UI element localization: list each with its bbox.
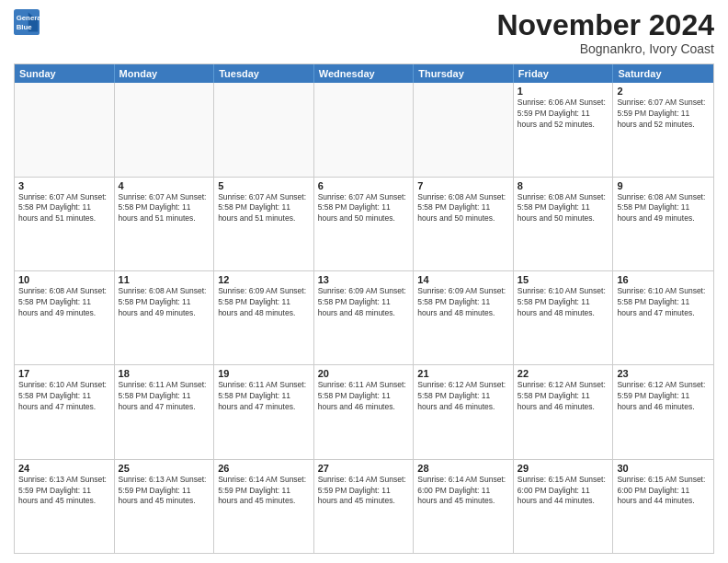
- calendar-cell: 5Sunrise: 6:07 AM Sunset: 5:58 PM Daylig…: [214, 178, 314, 270]
- calendar-cell: [214, 83, 314, 176]
- day-info: Sunrise: 6:07 AM Sunset: 5:58 PM Dayligh…: [218, 192, 310, 225]
- day-info: Sunrise: 6:09 AM Sunset: 5:58 PM Dayligh…: [318, 286, 410, 319]
- day-info: Sunrise: 6:07 AM Sunset: 5:58 PM Dayligh…: [119, 192, 210, 225]
- calendar-cell: 15Sunrise: 6:10 AM Sunset: 5:58 PM Dayli…: [514, 271, 614, 364]
- calendar-cell: 19Sunrise: 6:11 AM Sunset: 5:58 PM Dayli…: [214, 365, 314, 458]
- calendar-cell: 8Sunrise: 6:08 AM Sunset: 5:58 PM Daylig…: [514, 178, 614, 270]
- calendar-cell: 16Sunrise: 6:10 AM Sunset: 5:58 PM Dayli…: [613, 271, 713, 364]
- day-info: Sunrise: 6:06 AM Sunset: 5:59 PM Dayligh…: [518, 98, 609, 131]
- day-number: 6: [318, 180, 410, 191]
- location: Bognankro, Ivory Coast: [496, 41, 714, 56]
- logo: General Blue: [14, 9, 40, 35]
- day-number: 19: [218, 368, 310, 379]
- day-info: Sunrise: 6:10 AM Sunset: 5:58 PM Dayligh…: [18, 380, 110, 413]
- day-info: Sunrise: 6:11 AM Sunset: 5:58 PM Dayligh…: [119, 380, 210, 413]
- calendar-cell: 24Sunrise: 6:13 AM Sunset: 5:59 PM Dayli…: [15, 460, 115, 553]
- day-number: 10: [18, 274, 110, 285]
- day-info: Sunrise: 6:07 AM Sunset: 5:58 PM Dayligh…: [18, 192, 110, 225]
- calendar-row: 1Sunrise: 6:06 AM Sunset: 5:59 PM Daylig…: [15, 83, 713, 176]
- day-info: Sunrise: 6:14 AM Sunset: 6:00 PM Dayligh…: [417, 475, 509, 508]
- calendar-cell: 10Sunrise: 6:08 AM Sunset: 5:58 PM Dayli…: [15, 271, 115, 364]
- calendar-cell: 26Sunrise: 6:14 AM Sunset: 5:59 PM Dayli…: [214, 460, 314, 553]
- weekday-header: Friday: [514, 64, 614, 83]
- calendar-cell: [115, 83, 215, 176]
- calendar-cell: 12Sunrise: 6:09 AM Sunset: 5:58 PM Dayli…: [214, 271, 314, 364]
- day-number: 14: [417, 274, 509, 285]
- calendar-cell: 21Sunrise: 6:12 AM Sunset: 5:58 PM Dayli…: [414, 365, 514, 458]
- calendar-row: 10Sunrise: 6:08 AM Sunset: 5:58 PM Dayli…: [15, 270, 713, 364]
- day-number: 7: [417, 180, 509, 191]
- day-info: Sunrise: 6:09 AM Sunset: 5:58 PM Dayligh…: [218, 286, 310, 319]
- weekday-header: Wednesday: [314, 64, 415, 83]
- day-info: Sunrise: 6:12 AM Sunset: 5:59 PM Dayligh…: [617, 380, 710, 413]
- day-info: Sunrise: 6:14 AM Sunset: 5:59 PM Dayligh…: [218, 475, 310, 508]
- weekday-header: Tuesday: [214, 64, 314, 83]
- day-number: 21: [417, 368, 509, 379]
- calendar: SundayMondayTuesdayWednesdayThursdayFrid…: [14, 63, 714, 554]
- day-info: Sunrise: 6:13 AM Sunset: 5:59 PM Dayligh…: [119, 475, 210, 508]
- calendar-row: 17Sunrise: 6:10 AM Sunset: 5:58 PM Dayli…: [15, 364, 713, 458]
- calendar-cell: 27Sunrise: 6:14 AM Sunset: 5:59 PM Dayli…: [314, 460, 415, 553]
- header: General Blue November 2024 Bognankro, Iv…: [14, 9, 714, 56]
- day-number: 5: [218, 180, 310, 191]
- day-number: 13: [318, 274, 410, 285]
- weekday-header: Thursday: [414, 64, 514, 83]
- day-number: 16: [617, 274, 710, 285]
- calendar-cell: 6Sunrise: 6:07 AM Sunset: 5:58 PM Daylig…: [314, 178, 415, 270]
- calendar-body: 1Sunrise: 6:06 AM Sunset: 5:59 PM Daylig…: [15, 83, 713, 553]
- day-number: 17: [18, 368, 110, 379]
- calendar-cell: 14Sunrise: 6:09 AM Sunset: 5:58 PM Dayli…: [414, 271, 514, 364]
- day-info: Sunrise: 6:10 AM Sunset: 5:58 PM Dayligh…: [617, 286, 710, 319]
- day-info: Sunrise: 6:12 AM Sunset: 5:58 PM Dayligh…: [417, 380, 509, 413]
- month-title: November 2024: [496, 9, 714, 41]
- calendar-cell: 20Sunrise: 6:11 AM Sunset: 5:58 PM Dayli…: [314, 365, 415, 458]
- calendar-cell: 11Sunrise: 6:08 AM Sunset: 5:58 PM Dayli…: [115, 271, 215, 364]
- calendar-cell: 30Sunrise: 6:15 AM Sunset: 6:00 PM Dayli…: [613, 460, 713, 553]
- calendar-cell: 25Sunrise: 6:13 AM Sunset: 5:59 PM Dayli…: [115, 460, 215, 553]
- day-info: Sunrise: 6:11 AM Sunset: 5:58 PM Dayligh…: [318, 380, 410, 413]
- day-number: 22: [518, 368, 609, 379]
- day-number: 2: [617, 86, 710, 97]
- calendar-header: SundayMondayTuesdayWednesdayThursdayFrid…: [15, 64, 713, 83]
- page: General Blue November 2024 Bognankro, Iv…: [0, 0, 728, 563]
- day-info: Sunrise: 6:15 AM Sunset: 6:00 PM Dayligh…: [518, 475, 609, 508]
- day-info: Sunrise: 6:08 AM Sunset: 5:58 PM Dayligh…: [518, 192, 609, 225]
- calendar-cell: 2Sunrise: 6:07 AM Sunset: 5:59 PM Daylig…: [613, 83, 713, 176]
- day-number: 20: [318, 368, 410, 379]
- day-info: Sunrise: 6:07 AM Sunset: 5:59 PM Dayligh…: [617, 98, 710, 131]
- day-number: 12: [218, 274, 310, 285]
- day-number: 9: [617, 180, 710, 191]
- calendar-cell: 29Sunrise: 6:15 AM Sunset: 6:00 PM Dayli…: [514, 460, 614, 553]
- day-info: Sunrise: 6:10 AM Sunset: 5:58 PM Dayligh…: [518, 286, 609, 319]
- day-number: 24: [18, 463, 110, 474]
- calendar-cell: 22Sunrise: 6:12 AM Sunset: 5:58 PM Dayli…: [514, 365, 614, 458]
- day-info: Sunrise: 6:07 AM Sunset: 5:58 PM Dayligh…: [318, 192, 410, 225]
- title-block: November 2024 Bognankro, Ivory Coast: [496, 9, 714, 56]
- calendar-cell: 1Sunrise: 6:06 AM Sunset: 5:59 PM Daylig…: [514, 83, 614, 176]
- day-info: Sunrise: 6:14 AM Sunset: 5:59 PM Dayligh…: [318, 475, 410, 508]
- day-number: 15: [518, 274, 609, 285]
- calendar-cell: 28Sunrise: 6:14 AM Sunset: 6:00 PM Dayli…: [414, 460, 514, 553]
- weekday-header: Monday: [115, 64, 215, 83]
- day-info: Sunrise: 6:09 AM Sunset: 5:58 PM Dayligh…: [417, 286, 509, 319]
- calendar-cell: 23Sunrise: 6:12 AM Sunset: 5:59 PM Dayli…: [613, 365, 713, 458]
- day-number: 28: [417, 463, 509, 474]
- weekday-header: Saturday: [613, 64, 713, 83]
- day-info: Sunrise: 6:08 AM Sunset: 5:58 PM Dayligh…: [119, 286, 210, 319]
- day-info: Sunrise: 6:08 AM Sunset: 5:58 PM Dayligh…: [617, 192, 710, 225]
- svg-text:Blue: Blue: [17, 23, 33, 31]
- day-number: 23: [617, 368, 710, 379]
- day-number: 3: [18, 180, 110, 191]
- day-number: 18: [119, 368, 210, 379]
- svg-text:General: General: [17, 14, 40, 22]
- calendar-row: 3Sunrise: 6:07 AM Sunset: 5:58 PM Daylig…: [15, 177, 713, 270]
- day-number: 11: [119, 274, 210, 285]
- day-number: 27: [318, 463, 410, 474]
- calendar-cell: 17Sunrise: 6:10 AM Sunset: 5:58 PM Dayli…: [15, 365, 115, 458]
- calendar-cell: [414, 83, 514, 176]
- calendar-cell: 13Sunrise: 6:09 AM Sunset: 5:58 PM Dayli…: [314, 271, 415, 364]
- day-info: Sunrise: 6:13 AM Sunset: 5:59 PM Dayligh…: [18, 475, 110, 508]
- logo-icon: General Blue: [14, 9, 40, 35]
- day-info: Sunrise: 6:08 AM Sunset: 5:58 PM Dayligh…: [18, 286, 110, 319]
- day-info: Sunrise: 6:11 AM Sunset: 5:58 PM Dayligh…: [218, 380, 310, 413]
